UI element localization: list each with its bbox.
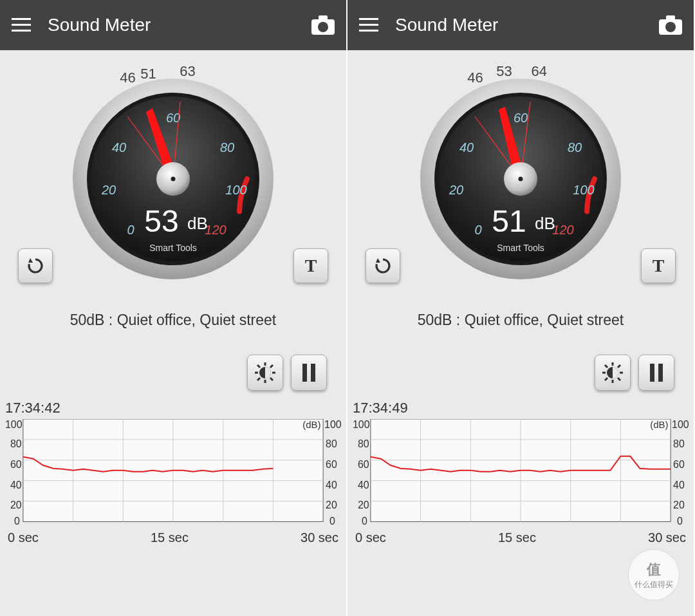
x-tick-1: 15 sec bbox=[498, 530, 536, 545]
svg-rect-4 bbox=[319, 15, 328, 21]
svg-text:120: 120 bbox=[205, 223, 226, 237]
svg-marker-23 bbox=[28, 258, 33, 263]
screen-left: Sound Meter bbox=[0, 0, 348, 616]
reading-value: 53 bbox=[144, 204, 178, 238]
svg-line-89 bbox=[605, 378, 607, 380]
svg-text:20: 20 bbox=[449, 183, 463, 197]
app-header: Sound Meter bbox=[348, 0, 694, 50]
watermark: 值 什么值得买 bbox=[628, 549, 680, 601]
svg-text:dB: dB bbox=[535, 214, 555, 233]
svg-line-88 bbox=[618, 378, 620, 380]
svg-line-90 bbox=[618, 365, 620, 368]
svg-text:80: 80 bbox=[326, 438, 337, 449]
watermark-text: 什么值得买 bbox=[635, 579, 673, 590]
svg-text:40: 40 bbox=[459, 140, 474, 154]
pause-button[interactable] bbox=[291, 355, 327, 391]
svg-text:60: 60 bbox=[326, 459, 337, 470]
x-tick-2: 30 sec bbox=[301, 530, 338, 545]
watermark-char: 值 bbox=[647, 560, 661, 579]
gauge: 0 20 40 60 80 100 120 51 dB Smart Tools … bbox=[418, 76, 624, 282]
svg-point-20 bbox=[171, 177, 176, 182]
x-tick-1: 15 sec bbox=[151, 530, 189, 545]
svg-text:100: 100 bbox=[5, 419, 23, 430]
svg-rect-92 bbox=[658, 364, 663, 382]
brightness-button[interactable] bbox=[247, 355, 283, 391]
svg-text:80: 80 bbox=[568, 140, 582, 154]
svg-rect-91 bbox=[650, 364, 654, 382]
pause-button[interactable] bbox=[638, 355, 674, 391]
chart-controls bbox=[0, 335, 346, 398]
level-description: 50dB : Quiet office, Quiet street bbox=[0, 295, 346, 335]
text-button[interactable]: T bbox=[293, 248, 328, 283]
app-title: Sound Meter bbox=[395, 15, 659, 35]
svg-text:20: 20 bbox=[101, 183, 116, 197]
svg-rect-59 bbox=[359, 24, 378, 26]
svg-text:0: 0 bbox=[127, 223, 134, 237]
svg-text:Smart Tools: Smart Tools bbox=[497, 243, 544, 253]
svg-text:40: 40 bbox=[112, 140, 126, 154]
app-title: Sound Meter bbox=[48, 15, 311, 35]
svg-text:0: 0 bbox=[329, 516, 335, 527]
reset-button[interactable] bbox=[366, 248, 400, 283]
x-tick-2: 30 sec bbox=[648, 530, 686, 545]
svg-marker-81 bbox=[376, 258, 380, 263]
svg-text:100: 100 bbox=[672, 419, 689, 430]
svg-text:20: 20 bbox=[326, 499, 337, 510]
svg-text:60: 60 bbox=[10, 459, 22, 470]
gauge-area: 0 20 40 60 80 100 120 51 dB Smart Tools … bbox=[348, 50, 694, 295]
svg-line-30 bbox=[270, 378, 273, 380]
svg-text:60: 60 bbox=[514, 111, 528, 125]
timestamp: 17:34:42 bbox=[0, 398, 346, 419]
svg-line-29 bbox=[257, 365, 260, 368]
gauge-area: 0 20 40 60 80 100 120 53 dB Smart Tools bbox=[0, 50, 346, 295]
svg-text:(dB): (dB) bbox=[650, 419, 668, 430]
svg-text:60: 60 bbox=[358, 459, 369, 470]
chart-controls bbox=[348, 335, 694, 398]
svg-text:dB: dB bbox=[187, 214, 208, 233]
gauge: 0 20 40 60 80 100 120 53 dB Smart Tools bbox=[70, 76, 276, 282]
svg-text:0: 0 bbox=[677, 516, 683, 527]
app-header: Sound Meter bbox=[0, 0, 346, 50]
svg-line-31 bbox=[257, 378, 260, 380]
svg-text:80: 80 bbox=[10, 438, 22, 449]
svg-text:40: 40 bbox=[673, 480, 685, 490]
screen-right: Sound Meter bbox=[348, 0, 695, 616]
chart-x-axis: 0 sec 15 sec 30 sec bbox=[351, 528, 690, 545]
camera-icon[interactable] bbox=[311, 15, 335, 35]
svg-rect-0 bbox=[12, 18, 31, 20]
svg-text:Smart Tools: Smart Tools bbox=[149, 243, 197, 253]
svg-rect-2 bbox=[12, 30, 31, 32]
svg-text:100: 100 bbox=[225, 183, 246, 197]
svg-text:80: 80 bbox=[220, 140, 234, 154]
svg-text:20: 20 bbox=[673, 499, 685, 510]
level-description: 50dB : Quiet office, Quiet street bbox=[348, 295, 694, 335]
svg-text:20: 20 bbox=[10, 499, 22, 510]
svg-text:100: 100 bbox=[573, 183, 594, 197]
svg-point-5 bbox=[318, 22, 328, 32]
history-chart: 100806040200 100806040200 (dB) 0 sec 15 … bbox=[351, 419, 690, 545]
svg-text:100: 100 bbox=[353, 419, 370, 430]
menu-icon[interactable] bbox=[12, 18, 31, 32]
svg-rect-62 bbox=[666, 15, 675, 21]
chart-x-axis: 0 sec 15 sec 30 sec bbox=[4, 528, 342, 545]
menu-icon[interactable] bbox=[359, 18, 378, 32]
reset-button[interactable] bbox=[18, 248, 53, 283]
svg-text:0: 0 bbox=[14, 516, 20, 527]
svg-rect-58 bbox=[359, 18, 378, 20]
svg-text:60: 60 bbox=[673, 459, 685, 470]
svg-text:0: 0 bbox=[362, 516, 367, 527]
brightness-button[interactable] bbox=[595, 355, 631, 391]
svg-text:80: 80 bbox=[673, 438, 685, 449]
timestamp: 17:34:49 bbox=[348, 398, 694, 419]
camera-icon[interactable] bbox=[659, 15, 682, 35]
svg-text:100: 100 bbox=[324, 419, 342, 430]
svg-rect-34 bbox=[311, 364, 315, 382]
svg-point-63 bbox=[665, 22, 676, 32]
text-button[interactable]: T bbox=[641, 248, 676, 283]
svg-text:40: 40 bbox=[358, 480, 369, 490]
history-chart: 100806040200 100806040200 (dB) 0 sec 15 … bbox=[4, 419, 342, 545]
x-tick-0: 0 sec bbox=[8, 530, 39, 545]
svg-text:(dB): (dB) bbox=[302, 419, 320, 430]
svg-rect-60 bbox=[359, 30, 378, 32]
x-tick-0: 0 sec bbox=[355, 530, 386, 545]
